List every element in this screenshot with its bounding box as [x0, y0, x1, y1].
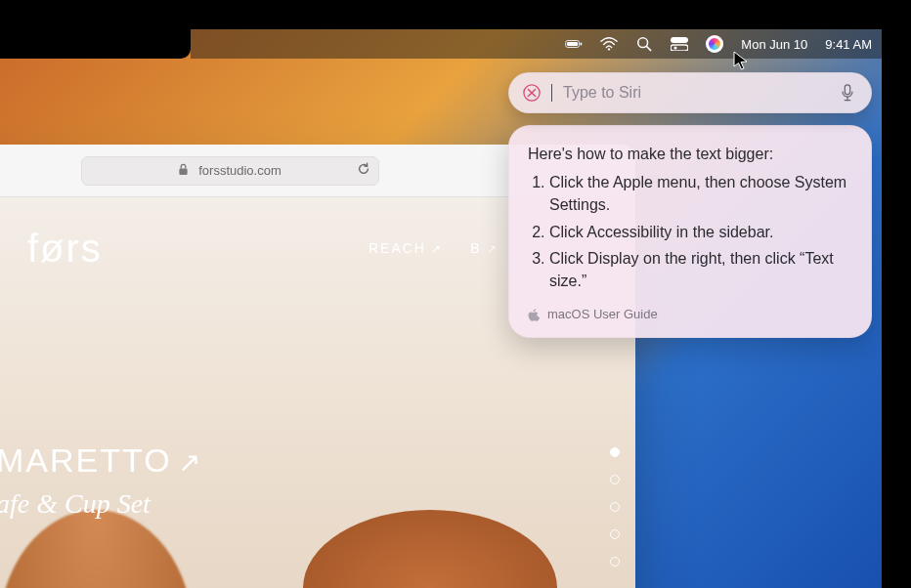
siri-step: Click the Apple menu, then choose System…	[549, 171, 854, 216]
microphone-icon[interactable]	[841, 84, 858, 102]
svg-rect-2	[581, 43, 583, 46]
svg-line-5	[647, 47, 651, 51]
svg-rect-6	[671, 37, 688, 43]
menubar-date[interactable]: Mon Jun 10	[741, 37, 807, 52]
siri-step: Click Display on the right, then click “…	[549, 247, 854, 292]
reload-icon[interactable]	[357, 162, 370, 179]
page-graphic	[303, 510, 557, 588]
siri-icon[interactable]	[706, 35, 723, 53]
page-logo[interactable]: førs	[27, 227, 103, 271]
siri-step: Click Accessibility in the sidebar.	[549, 221, 854, 243]
svg-rect-7	[671, 45, 688, 51]
menu-bar: Mon Jun 10 9:41 AM	[191, 29, 882, 59]
nav-link-truncated[interactable]: B	[470, 240, 499, 256]
wifi-icon[interactable]	[600, 35, 618, 53]
siri-attribution[interactable]: macOS User Guide	[528, 306, 854, 324]
page-dot[interactable]	[610, 447, 620, 457]
siri-panel: Here's how to make the text bigger: Clic…	[508, 72, 872, 338]
desktop: Mon Jun 10 9:41 AM forsstudio.com førs R…	[0, 29, 882, 588]
siri-response-intro: Here's how to make the text bigger:	[528, 143, 854, 165]
display-notch	[0, 29, 191, 59]
svg-point-3	[608, 48, 610, 50]
hero-subtitle: afe & Cup Set	[0, 488, 151, 520]
page-dot[interactable]	[610, 529, 620, 539]
svg-rect-1	[567, 42, 578, 46]
page-dot[interactable]	[610, 502, 620, 512]
page-dot[interactable]	[610, 557, 620, 567]
siri-steps-list: Click the Apple menu, then choose System…	[528, 171, 854, 292]
siri-attribution-label: macOS User Guide	[547, 306, 658, 324]
text-caret	[551, 84, 552, 102]
battery-icon[interactable]	[565, 35, 583, 53]
page-dot[interactable]	[610, 475, 620, 484]
menubar-time[interactable]: 9:41 AM	[825, 37, 872, 52]
svg-point-8	[674, 46, 677, 49]
address-bar[interactable]: forsstudio.com	[81, 156, 379, 186]
page-graphic	[0, 510, 194, 588]
address-bar-url: forsstudio.com	[198, 163, 282, 178]
svg-rect-13	[845, 85, 849, 95]
hero-title[interactable]: MARETTO	[0, 441, 202, 480]
siri-response-card: Here's how to make the text bigger: Clic…	[508, 125, 872, 338]
spotlight-icon[interactable]	[635, 35, 653, 53]
siri-input-bar[interactable]	[508, 72, 872, 113]
lock-icon	[178, 163, 189, 179]
svg-point-4	[638, 38, 648, 48]
page-indicator[interactable]	[610, 447, 620, 567]
close-icon[interactable]	[522, 83, 542, 103]
siri-text-field[interactable]	[563, 84, 831, 102]
nav-link-reach[interactable]: REACH	[369, 240, 443, 256]
control-center-icon[interactable]	[671, 35, 688, 53]
svg-rect-9	[180, 168, 188, 174]
